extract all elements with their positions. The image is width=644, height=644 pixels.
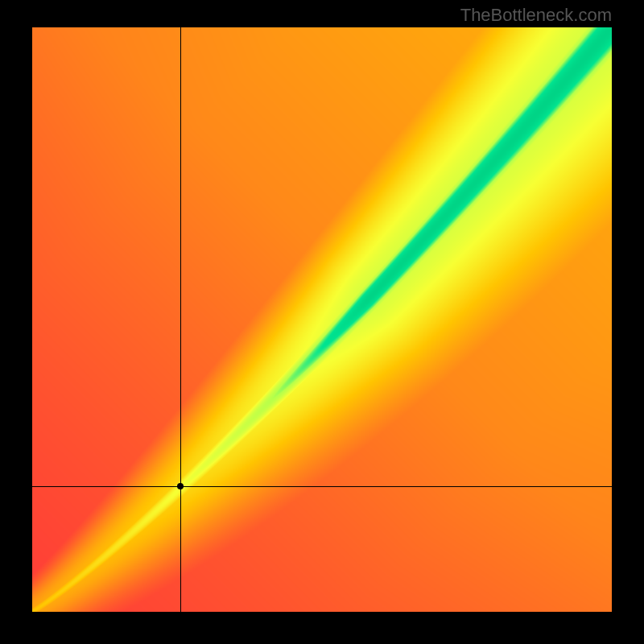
- watermark-text: TheBottleneck.com: [460, 5, 612, 26]
- crosshair-vertical: [180, 27, 181, 612]
- plot-area: [32, 27, 612, 612]
- chart-container: TheBottleneck.com: [0, 0, 644, 644]
- marker-dot: [177, 483, 184, 489]
- crosshair-horizontal: [32, 486, 612, 487]
- heatmap-canvas: [32, 27, 612, 612]
